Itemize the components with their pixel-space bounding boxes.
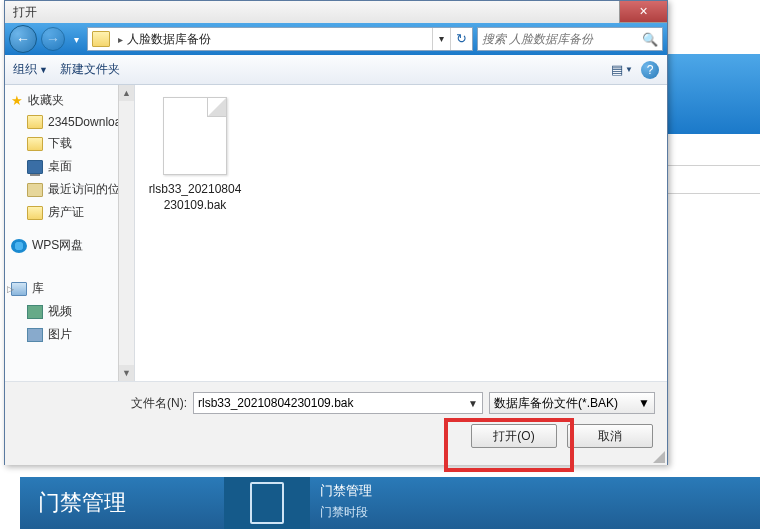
folder-icon [27, 137, 43, 151]
view-icon: ▤ [611, 62, 623, 77]
nav-back-button[interactable]: ← [9, 25, 37, 53]
sidebar-item-2345downloads[interactable]: 2345Downloads [5, 112, 134, 132]
nav-forward-button[interactable]: → [41, 27, 65, 51]
folder-icon [27, 115, 43, 129]
sidebar-item-video[interactable]: 视频 [5, 300, 134, 323]
sidebar-item-label: 最近访问的位置 [48, 181, 132, 198]
star-icon: ★ [11, 93, 23, 108]
bg-divider [668, 165, 760, 166]
sidebar-item-label: 2345Downloads [48, 115, 134, 129]
sidebar-scrollbar[interactable]: ▲ ▼ [118, 85, 134, 381]
new-folder-label: 新建文件夹 [60, 61, 120, 78]
search-box[interactable]: 🔍 [477, 27, 663, 51]
organize-button[interactable]: 组织 ▼ [13, 61, 48, 78]
toolbar: 组织 ▼ 新建文件夹 ▤ ▼ ? [5, 55, 667, 85]
sidebar-item-label: 视频 [48, 303, 72, 320]
nav-history-drop[interactable]: ▾ [69, 34, 83, 45]
folder-icon [92, 31, 110, 47]
sidebar-item-label: 桌面 [48, 158, 72, 175]
favorites-label: 收藏夹 [28, 92, 64, 109]
filter-label: 数据库备份文件(*.BAK) [494, 395, 618, 412]
sidebar-wps-header[interactable]: WPS网盘 [5, 234, 134, 257]
bg-divider [668, 193, 760, 194]
scroll-up-icon[interactable]: ▲ [119, 85, 134, 101]
file-icon [163, 97, 227, 175]
sidebar-item-desktop[interactable]: 桌面 [5, 155, 134, 178]
chevron-down-icon[interactable]: ▼ [468, 398, 478, 409]
sidebar-item-label: 图片 [48, 326, 72, 343]
file-type-filter[interactable]: 数据库备份文件(*.BAK) ▼ [489, 392, 655, 414]
bg-panel-labels: 门禁管理 门禁时段 [310, 477, 382, 529]
sidebar-item-recent[interactable]: 最近访问的位置 [5, 178, 134, 201]
address-drop-button[interactable]: ▾ [432, 28, 450, 50]
desktop-icon [27, 160, 43, 174]
cancel-button[interactable]: 取消 [567, 424, 653, 448]
bg-bottom-bar: 门禁管理 门禁管理 门禁时段 [20, 477, 760, 529]
scroll-down-icon[interactable]: ▼ [119, 365, 134, 381]
close-button[interactable]: × [619, 1, 667, 23]
bg-panel-title: 门禁管理 [320, 482, 372, 500]
new-folder-button[interactable]: 新建文件夹 [60, 61, 120, 78]
folder-icon [27, 206, 43, 220]
dialog-title: 打开 [5, 4, 37, 21]
bg-panel-sub: 门禁时段 [320, 504, 372, 521]
sidebar-library-header[interactable]: ▷ 库 [5, 277, 134, 300]
video-icon [27, 305, 43, 319]
resize-grip[interactable] [651, 449, 665, 463]
search-icon[interactable]: 🔍 [642, 32, 658, 47]
wps-label: WPS网盘 [32, 237, 83, 254]
organize-label: 组织 [13, 61, 37, 78]
sidebar-item-downloads[interactable]: 下载 [5, 132, 134, 155]
filename-label: 文件名(N): [17, 395, 187, 412]
chevron-down-icon[interactable]: ▼ [638, 396, 650, 410]
sidebar-item-fangchanzheng[interactable]: 房产证 [5, 201, 134, 224]
dialog-body: ★ 收藏夹 2345Downloads 下载 桌面 最近访问的位置 房产证 [5, 85, 667, 381]
sidebar-favorites-header[interactable]: ★ 收藏夹 [5, 89, 134, 112]
sidebar-item-label: 房产证 [48, 204, 84, 221]
search-input[interactable] [482, 32, 642, 46]
chevron-right-icon[interactable]: ▷ [7, 284, 14, 294]
titlebar[interactable]: 打开 × [5, 1, 667, 23]
bg-app-title: 门禁管理 [20, 477, 224, 529]
filename-input[interactable]: rlsb33_20210804230109.bak ▼ [193, 392, 483, 414]
library-label: 库 [32, 280, 44, 297]
open-button[interactable]: 打开(O) [471, 424, 557, 448]
sidebar-item-pictures[interactable]: 图片 [5, 323, 134, 346]
recent-icon [27, 183, 43, 197]
dialog-footer: 文件名(N): rlsb33_20210804230109.bak ▼ 数据库备… [5, 381, 667, 465]
nav-bar: ← → ▾ ▸ 人脸数据库备份 ▾ ↻ 🔍 [5, 23, 667, 55]
bg-doc-icon [224, 477, 310, 529]
breadcrumb-location[interactable]: 人脸数据库备份 [127, 31, 211, 48]
picture-icon [27, 328, 43, 342]
file-list-pane[interactable]: rlsb33_20210804230109.bak [135, 85, 667, 381]
file-item[interactable]: rlsb33_20210804230109.bak [147, 97, 243, 213]
filename-value: rlsb33_20210804230109.bak [198, 396, 353, 410]
chevron-down-icon: ▼ [625, 65, 633, 74]
view-mode-button[interactable]: ▤ ▼ [609, 59, 635, 81]
sidebar: ★ 收藏夹 2345Downloads 下载 桌面 最近访问的位置 房产证 [5, 85, 135, 381]
refresh-button[interactable]: ↻ [450, 28, 472, 50]
bg-header-bar [668, 54, 760, 134]
sidebar-item-label: 下载 [48, 135, 72, 152]
help-button[interactable]: ? [641, 61, 659, 79]
chevron-down-icon: ▼ [39, 65, 48, 75]
file-name-label: rlsb33_20210804230109.bak [147, 181, 243, 213]
wps-icon [11, 239, 27, 253]
address-bar[interactable]: ▸ 人脸数据库备份 ▾ ↻ [87, 27, 473, 51]
breadcrumb-sep-icon[interactable]: ▸ [118, 34, 123, 45]
open-file-dialog: 打开 × ← → ▾ ▸ 人脸数据库备份 ▾ ↻ 🔍 组织 ▼ 新建文件夹 ▤ [4, 0, 668, 465]
